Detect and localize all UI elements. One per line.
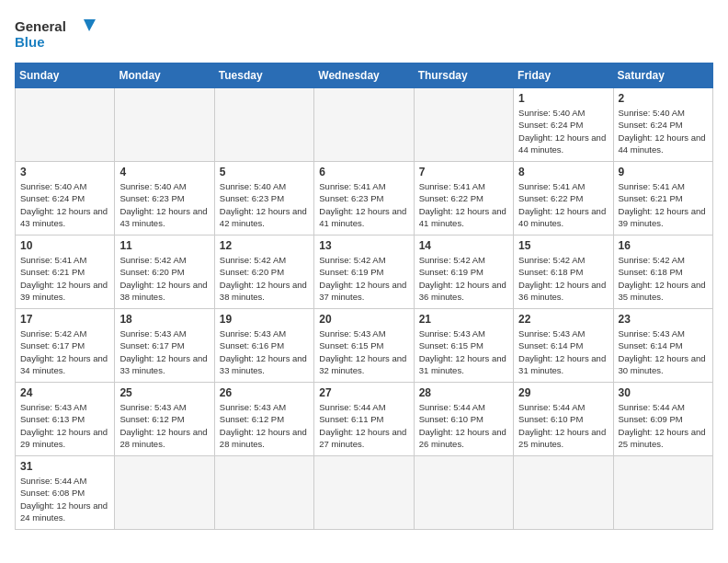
calendar-cell: 10Sunrise: 5:41 AMSunset: 6:21 PMDayligh…	[16, 236, 115, 309]
calendar-cell: 20Sunrise: 5:43 AMSunset: 6:15 PMDayligh…	[314, 309, 414, 383]
page-header: General Blue	[15, 15, 713, 52]
day-number: 15	[518, 239, 608, 252]
day-number: 26	[220, 386, 309, 399]
calendar-cell	[414, 88, 513, 162]
calendar-cell: 31Sunrise: 5:44 AMSunset: 6:08 PMDayligh…	[16, 456, 115, 530]
day-sun-info: Sunrise: 5:41 AMSunset: 6:21 PMDaylight:…	[619, 180, 708, 229]
calendar-cell: 19Sunrise: 5:43 AMSunset: 6:16 PMDayligh…	[214, 309, 313, 383]
calendar-week-row: 31Sunrise: 5:44 AMSunset: 6:08 PMDayligh…	[16, 456, 713, 530]
header-sunday: Sunday	[16, 63, 115, 88]
day-sun-info: Sunrise: 5:44 AMSunset: 6:11 PMDaylight:…	[319, 401, 408, 450]
calendar-body: 1Sunrise: 5:40 AMSunset: 6:24 PMDaylight…	[16, 88, 713, 530]
day-sun-info: Sunrise: 5:42 AMSunset: 6:18 PMDaylight:…	[518, 254, 608, 303]
day-number: 6	[319, 166, 408, 178]
day-number: 5	[220, 166, 309, 178]
day-number: 28	[419, 386, 508, 399]
calendar-cell: 7Sunrise: 5:41 AMSunset: 6:22 PMDaylight…	[414, 162, 513, 236]
day-sun-info: Sunrise: 5:43 AMSunset: 6:13 PMDaylight:…	[20, 401, 109, 450]
day-sun-info: Sunrise: 5:44 AMSunset: 6:10 PMDaylight:…	[419, 401, 508, 450]
day-number: 31	[20, 460, 109, 473]
calendar-cell: 21Sunrise: 5:43 AMSunset: 6:15 PMDayligh…	[414, 309, 513, 383]
day-sun-info: Sunrise: 5:42 AMSunset: 6:20 PMDaylight:…	[119, 254, 209, 303]
calendar-cell: 13Sunrise: 5:42 AMSunset: 6:19 PMDayligh…	[314, 236, 414, 309]
day-sun-info: Sunrise: 5:40 AMSunset: 6:23 PMDaylight:…	[119, 180, 209, 229]
day-number: 21	[419, 313, 508, 326]
calendar-week-row: 17Sunrise: 5:42 AMSunset: 6:17 PMDayligh…	[16, 309, 713, 383]
day-sun-info: Sunrise: 5:43 AMSunset: 6:15 PMDaylight:…	[419, 327, 508, 376]
day-number: 19	[220, 313, 309, 326]
calendar-cell: 25Sunrise: 5:43 AMSunset: 6:12 PMDayligh…	[115, 383, 214, 456]
header-tuesday: Tuesday	[214, 63, 313, 88]
calendar-cell: 28Sunrise: 5:44 AMSunset: 6:10 PMDayligh…	[414, 383, 513, 456]
header-monday: Monday	[115, 63, 214, 88]
calendar-cell: 17Sunrise: 5:42 AMSunset: 6:17 PMDayligh…	[16, 309, 115, 383]
day-number: 10	[20, 239, 109, 252]
header-saturday: Saturday	[613, 63, 712, 88]
calendar-cell: 11Sunrise: 5:42 AMSunset: 6:20 PMDayligh…	[115, 236, 214, 309]
day-number: 29	[518, 386, 608, 399]
day-sun-info: Sunrise: 5:41 AMSunset: 6:22 PMDaylight:…	[518, 180, 608, 229]
header-friday: Friday	[514, 63, 613, 88]
day-number: 23	[619, 313, 708, 326]
day-sun-info: Sunrise: 5:42 AMSunset: 6:19 PMDaylight:…	[319, 254, 408, 303]
calendar-cell: 23Sunrise: 5:43 AMSunset: 6:14 PMDayligh…	[613, 309, 712, 383]
day-sun-info: Sunrise: 5:43 AMSunset: 6:17 PMDaylight:…	[119, 327, 209, 376]
day-sun-info: Sunrise: 5:42 AMSunset: 6:17 PMDaylight:…	[20, 327, 109, 376]
day-sun-info: Sunrise: 5:40 AMSunset: 6:24 PMDaylight:…	[518, 107, 608, 155]
header-wednesday: Wednesday	[314, 63, 414, 88]
day-number: 1	[518, 92, 608, 105]
day-sun-info: Sunrise: 5:43 AMSunset: 6:14 PMDaylight:…	[518, 327, 608, 376]
calendar-table: Sunday Monday Tuesday Wednesday Thursday…	[15, 63, 713, 530]
day-sun-info: Sunrise: 5:40 AMSunset: 6:23 PMDaylight:…	[220, 180, 309, 229]
calendar-cell: 18Sunrise: 5:43 AMSunset: 6:17 PMDayligh…	[115, 309, 214, 383]
calendar-cell	[514, 456, 613, 530]
day-number: 18	[119, 313, 209, 326]
calendar-week-row: 10Sunrise: 5:41 AMSunset: 6:21 PMDayligh…	[16, 236, 713, 309]
day-number: 3	[20, 166, 109, 178]
day-sun-info: Sunrise: 5:40 AMSunset: 6:24 PMDaylight:…	[20, 180, 109, 229]
logo-svg: General Blue	[15, 15, 97, 52]
calendar-cell: 4Sunrise: 5:40 AMSunset: 6:23 PMDaylight…	[115, 162, 214, 236]
calendar-cell: 16Sunrise: 5:42 AMSunset: 6:18 PMDayligh…	[613, 236, 712, 309]
day-number: 4	[119, 166, 209, 178]
day-number: 11	[119, 239, 209, 252]
calendar-cell: 27Sunrise: 5:44 AMSunset: 6:11 PMDayligh…	[314, 383, 414, 456]
calendar-cell: 1Sunrise: 5:40 AMSunset: 6:24 PMDaylight…	[514, 88, 613, 162]
day-sun-info: Sunrise: 5:43 AMSunset: 6:12 PMDaylight:…	[119, 401, 209, 450]
calendar-cell	[214, 88, 313, 162]
calendar-cell: 29Sunrise: 5:44 AMSunset: 6:10 PMDayligh…	[514, 383, 613, 456]
day-number: 12	[220, 239, 309, 252]
day-number: 14	[419, 239, 508, 252]
day-number: 13	[319, 239, 408, 252]
day-sun-info: Sunrise: 5:41 AMSunset: 6:23 PMDaylight:…	[319, 180, 408, 229]
day-number: 16	[619, 239, 708, 252]
calendar-cell	[214, 456, 313, 530]
day-sun-info: Sunrise: 5:43 AMSunset: 6:12 PMDaylight:…	[220, 401, 309, 450]
calendar-cell: 3Sunrise: 5:40 AMSunset: 6:24 PMDaylight…	[16, 162, 115, 236]
day-number: 8	[518, 166, 608, 178]
day-sun-info: Sunrise: 5:42 AMSunset: 6:18 PMDaylight:…	[619, 254, 708, 303]
logo: General Blue	[15, 15, 97, 52]
day-number: 7	[419, 166, 508, 178]
day-number: 25	[119, 386, 209, 399]
calendar-cell: 9Sunrise: 5:41 AMSunset: 6:21 PMDaylight…	[613, 162, 712, 236]
calendar-cell: 15Sunrise: 5:42 AMSunset: 6:18 PMDayligh…	[514, 236, 613, 309]
day-number: 24	[20, 386, 109, 399]
calendar-cell: 6Sunrise: 5:41 AMSunset: 6:23 PMDaylight…	[314, 162, 414, 236]
calendar-cell: 26Sunrise: 5:43 AMSunset: 6:12 PMDayligh…	[214, 383, 313, 456]
day-sun-info: Sunrise: 5:42 AMSunset: 6:20 PMDaylight:…	[220, 254, 309, 303]
calendar-cell: 2Sunrise: 5:40 AMSunset: 6:24 PMDaylight…	[613, 88, 712, 162]
day-sun-info: Sunrise: 5:41 AMSunset: 6:21 PMDaylight:…	[20, 254, 109, 303]
day-number: 2	[619, 92, 708, 105]
calendar-cell: 22Sunrise: 5:43 AMSunset: 6:14 PMDayligh…	[514, 309, 613, 383]
calendar-cell: 14Sunrise: 5:42 AMSunset: 6:19 PMDayligh…	[414, 236, 513, 309]
svg-text:General: General	[15, 18, 66, 34]
calendar-week-row: 24Sunrise: 5:43 AMSunset: 6:13 PMDayligh…	[16, 383, 713, 456]
calendar-cell: 30Sunrise: 5:44 AMSunset: 6:09 PMDayligh…	[613, 383, 712, 456]
calendar-cell	[414, 456, 513, 530]
day-number: 27	[319, 386, 408, 399]
day-sun-info: Sunrise: 5:41 AMSunset: 6:22 PMDaylight:…	[419, 180, 508, 229]
day-sun-info: Sunrise: 5:43 AMSunset: 6:16 PMDaylight:…	[220, 327, 309, 376]
calendar-cell: 24Sunrise: 5:43 AMSunset: 6:13 PMDayligh…	[16, 383, 115, 456]
day-sun-info: Sunrise: 5:40 AMSunset: 6:24 PMDaylight:…	[619, 107, 708, 155]
